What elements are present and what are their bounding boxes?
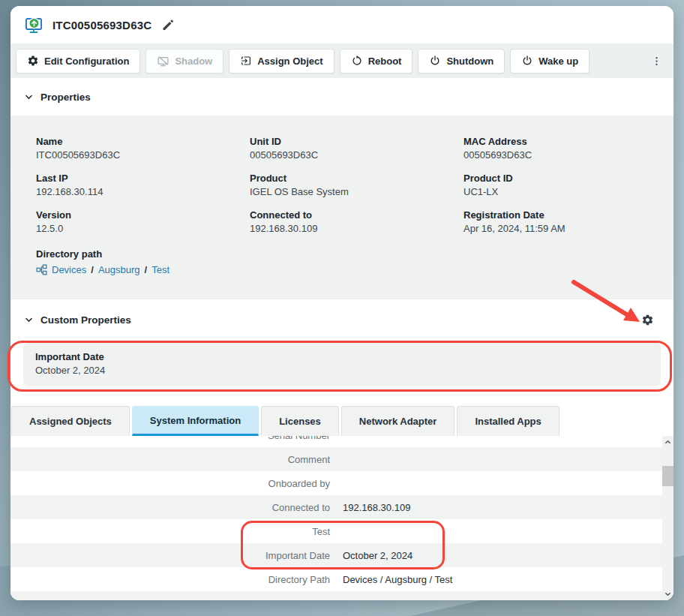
properties-section-header[interactable]: Properties	[10, 78, 674, 116]
row-label: Serial Number	[10, 436, 330, 441]
device-detail-card: ITC00505693D63C Edit Configuration	[10, 6, 674, 600]
property-label: Version	[36, 209, 250, 221]
property-value: ITC00505693D63C	[36, 149, 250, 161]
detail-tabs: Assigned Objects System Information Lice…	[10, 406, 674, 436]
custom-properties-settings-button[interactable]	[640, 312, 656, 328]
edit-name-button[interactable]	[160, 17, 176, 33]
row-value: Devices / Augsburg / Test	[343, 574, 452, 585]
property-field: Product IGEL OS Base System	[250, 173, 464, 197]
table-row: Serial Number	[10, 436, 674, 447]
property-value: 00505693D63C	[464, 149, 648, 161]
property-value: Apr 16, 2024, 11:59 AM	[464, 223, 648, 234]
custom-property-value: October 2, 2024	[35, 365, 649, 376]
row-label: Comment	[10, 454, 330, 465]
property-label: Name	[36, 136, 250, 147]
property-label: Product ID	[464, 173, 648, 184]
path-separator: /	[145, 264, 148, 275]
property-label: Product	[250, 173, 464, 184]
chevron-down-icon	[24, 92, 34, 102]
directory-path-link-augsburg[interactable]: Augsburg	[98, 264, 140, 275]
table-row: Important Date October 2, 2024	[10, 543, 674, 567]
table-row: Unit ID 00505693D63C	[10, 591, 674, 600]
property-value: 192.168.30.114	[36, 186, 250, 197]
tab-assigned-objects[interactable]: Assigned Objects	[11, 406, 130, 436]
system-information-table: Serial Number Comment Onboarded by Conne…	[10, 436, 674, 600]
property-label: Last IP	[36, 173, 250, 184]
button-label: Shadow	[175, 56, 212, 67]
table-row: Connected to 192.168.30.109	[10, 495, 674, 519]
section-title: Properties	[40, 92, 91, 103]
more-actions-button[interactable]	[645, 53, 668, 70]
property-field: Last IP 192.168.30.114	[36, 173, 250, 197]
row-value: 00505693D63C	[343, 598, 411, 601]
pencil-icon	[161, 19, 174, 32]
chevron-down-icon	[24, 315, 34, 325]
button-label: Assign Object	[257, 56, 322, 67]
directory-path-link-test[interactable]: Test	[152, 264, 170, 275]
property-value: IGEL OS Base System	[250, 186, 464, 197]
property-field: Registration Date Apr 16, 2024, 11:59 AM	[464, 209, 648, 234]
power-icon	[429, 55, 441, 67]
table-row: Directory Path Devices / Augsburg / Test	[10, 567, 674, 591]
custom-property-field: Important Date October 2, 2024	[23, 343, 661, 386]
property-field: MAC Address 00505693D63C	[464, 136, 648, 161]
directory-path-label: Directory path	[36, 248, 648, 260]
property-label: MAC Address	[464, 136, 648, 147]
tab-system-information[interactable]: System Information	[132, 406, 259, 436]
gear-icon	[27, 55, 39, 67]
button-label: Wake up	[538, 56, 578, 67]
row-value: 192.168.30.109	[343, 502, 410, 513]
property-value: 192.168.30.109	[250, 223, 464, 234]
power-icon	[521, 55, 533, 67]
tree-hierarchy-icon	[36, 264, 47, 275]
row-label: Test	[10, 526, 330, 537]
row-label: Important Date	[10, 550, 330, 561]
shadow-button[interactable]: Shadow	[146, 49, 224, 74]
table-row: Comment	[10, 447, 674, 471]
gear-icon	[641, 314, 654, 326]
row-label: Connected to	[10, 502, 330, 513]
device-action-toolbar: Edit Configuration Shadow Assign Object	[10, 44, 674, 78]
property-field: Unit ID 00505693D63C	[250, 136, 464, 161]
property-value: 00505693D63C	[250, 149, 464, 161]
assign-object-button[interactable]: Assign Object	[229, 49, 334, 74]
kebab-menu-icon	[651, 56, 662, 67]
property-field: Version 12.5.0	[36, 209, 250, 234]
device-icon	[24, 15, 44, 35]
page-title: ITC00505693D63C	[52, 19, 152, 32]
row-label: Unit ID	[10, 598, 330, 601]
tab-network-adapter[interactable]: Network Adapter	[341, 406, 455, 436]
properties-panel: Name ITC00505693D63C Unit ID 00505693D63…	[10, 116, 674, 299]
wake-up-button[interactable]: Wake up	[510, 49, 590, 74]
property-field: Product ID UC1-LX	[464, 173, 648, 197]
tab-installed-apps[interactable]: Installed Apps	[457, 406, 559, 436]
shutdown-button[interactable]: Shutdown	[418, 49, 505, 74]
assign-object-icon	[240, 55, 252, 67]
row-label: Onboarded by	[10, 478, 330, 489]
tab-licenses[interactable]: Licenses	[261, 406, 339, 436]
card-header: ITC00505693D63C	[10, 6, 674, 44]
table-row: Onboarded by	[10, 471, 674, 495]
property-label: Unit ID	[250, 136, 464, 147]
property-label: Registration Date	[464, 209, 648, 221]
custom-property-label: Important Date	[35, 351, 649, 362]
directory-path-link-devices[interactable]: Devices	[52, 264, 86, 275]
vertical-scrollbar[interactable]	[662, 436, 674, 600]
edit-configuration-button[interactable]: Edit Configuration	[16, 49, 140, 74]
property-field: Name ITC00505693D63C	[36, 136, 250, 161]
button-label: Reboot	[368, 56, 402, 67]
row-label: Directory Path	[10, 574, 330, 585]
reboot-icon	[351, 55, 363, 67]
reboot-button[interactable]: Reboot	[340, 49, 413, 74]
property-value: UC1-LX	[464, 186, 648, 197]
custom-properties-section-header[interactable]: Custom Properties	[10, 299, 674, 341]
button-label: Edit Configuration	[44, 56, 129, 67]
row-value: October 2, 2024	[343, 550, 412, 561]
path-separator: /	[91, 264, 94, 275]
table-row: Test	[10, 519, 674, 543]
button-label: Shutdown	[446, 56, 494, 67]
directory-path-block: Directory path Devices / Augsburg / Test	[36, 248, 648, 275]
scroll-up-arrow[interactable]	[662, 437, 674, 448]
scrollbar-thumb[interactable]	[662, 466, 674, 486]
section-title: Custom Properties	[40, 314, 131, 326]
